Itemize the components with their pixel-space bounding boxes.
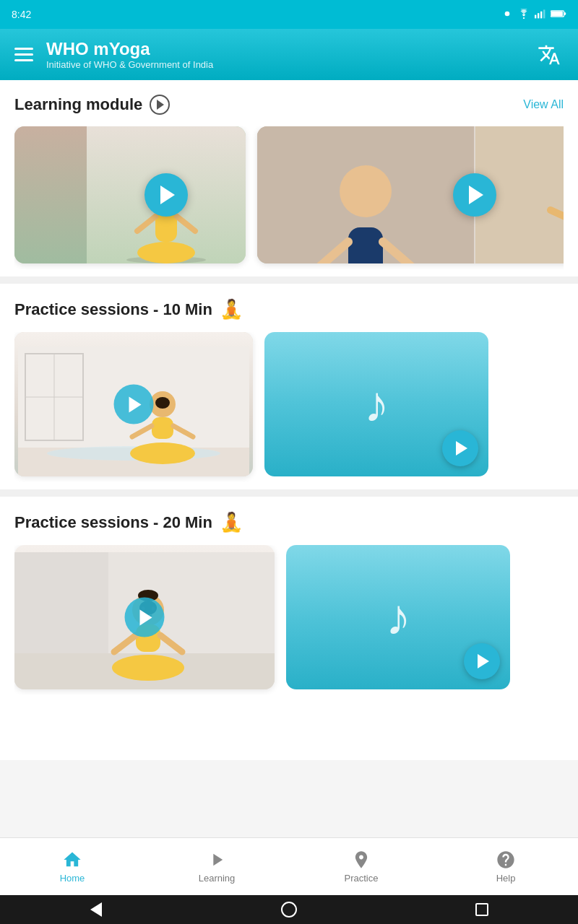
svg-point-1 <box>523 17 525 18</box>
nav-practice-label: Practice <box>345 873 379 884</box>
svg-line-13 <box>137 217 155 231</box>
practice-10-video-card[interactable] <box>14 332 253 476</box>
nav-help-label: Help <box>496 873 516 884</box>
music-note-icon-10: ♪ <box>364 375 389 433</box>
learning-module-title: Learning module <box>14 95 170 115</box>
translate-button[interactable] <box>535 40 564 69</box>
multi-pose-grid <box>257 126 564 263</box>
battery-icon <box>551 9 566 20</box>
main-content: Learning module View All <box>0 80 578 760</box>
learning-module-label: Learning module <box>14 95 142 114</box>
svg-point-19 <box>340 165 392 217</box>
practice-20-title: Practice sessions - 20 Min 🧘 <box>14 511 243 533</box>
practice-10-label: Practice sessions - 10 Min <box>14 300 212 319</box>
svg-rect-52 <box>152 417 173 439</box>
practice-10-cards-row: ♪ <box>14 332 564 482</box>
learning-icon <box>207 850 227 870</box>
app-header: WHO mYoga Initiative of WHO & Government… <box>0 29 578 80</box>
home-button[interactable] <box>278 899 300 920</box>
svg-rect-8 <box>564 12 566 14</box>
svg-rect-5 <box>543 9 545 18</box>
help-icon <box>496 850 516 870</box>
learning-module-section: Learning module View All <box>0 80 578 276</box>
divider-2 <box>0 489 578 497</box>
wifi-icon <box>517 9 530 21</box>
learning-card-1[interactable] <box>14 126 246 263</box>
svg-point-53 <box>130 443 195 464</box>
card-left-strip <box>14 126 87 263</box>
nav-practice[interactable]: Practice <box>332 850 390 884</box>
svg-line-14 <box>177 217 195 231</box>
status-bar: 8:42 <box>0 0 578 29</box>
svg-point-63 <box>112 655 184 681</box>
meditation-icon-20: 🧘 <box>220 511 243 533</box>
practice-10-section: Practice sessions - 10 Min 🧘 <box>0 284 578 489</box>
meditation-icon-10: 🧘 <box>220 298 243 321</box>
practice-10-title: Practice sessions - 10 Min 🧘 <box>14 298 243 321</box>
svg-rect-59 <box>14 552 108 653</box>
notification-icon <box>501 8 513 22</box>
learning-module-header: Learning module View All <box>14 95 564 115</box>
nav-help[interactable]: Help <box>477 850 535 884</box>
back-button[interactable] <box>85 899 107 920</box>
practice-20-label: Practice sessions - 20 Min <box>14 513 212 532</box>
learning-card-1-play[interactable] <box>144 173 188 217</box>
practice-20-section: Practice sessions - 20 Min 🧘 <box>0 497 578 702</box>
svg-point-0 <box>505 11 510 16</box>
card-video-area <box>87 126 246 263</box>
practice-10-audio-play[interactable] <box>442 430 478 466</box>
learning-play-icon[interactable] <box>150 95 170 115</box>
signal-icon <box>535 9 546 21</box>
practice-20-audio-card[interactable]: ♪ <box>286 545 510 689</box>
nav-learning-label: Learning <box>199 873 236 884</box>
bottom-nav: Home Learning Practice Help <box>0 837 578 895</box>
menu-button[interactable] <box>14 48 33 61</box>
practice-20-header: Practice sessions - 20 Min 🧘 <box>14 511 564 533</box>
header-title: WHO mYoga Initiative of WHO & Government… <box>46 39 213 70</box>
practice-20-audio-play[interactable] <box>464 643 500 679</box>
home-icon <box>62 850 82 870</box>
app-title: WHO mYoga <box>46 39 213 59</box>
svg-rect-2 <box>535 14 536 18</box>
pose-cell-1 <box>257 126 474 263</box>
svg-point-51 <box>155 397 170 409</box>
practice-10-audio-card[interactable]: ♪ <box>264 332 488 476</box>
music-note-icon-20: ♪ <box>386 588 411 646</box>
practice-20-video-play[interactable] <box>125 598 165 637</box>
svg-rect-3 <box>538 13 539 18</box>
practice-20-video-card[interactable] <box>14 545 275 689</box>
practice-10-header: Practice sessions - 10 Min 🧘 <box>14 298 564 321</box>
recents-button[interactable] <box>471 899 493 920</box>
status-icons <box>501 8 566 22</box>
svg-rect-4 <box>540 11 542 18</box>
svg-rect-21 <box>348 227 383 263</box>
system-nav <box>0 895 578 924</box>
learning-cards-row <box>14 126 564 269</box>
nav-learning[interactable]: Learning <box>188 850 246 884</box>
practice-20-cards-row: ♪ <box>14 545 564 695</box>
divider-1 <box>0 276 578 284</box>
status-time: 8:42 <box>12 9 31 20</box>
nav-home-label: Home <box>60 873 85 884</box>
view-all-link[interactable]: View All <box>523 98 564 111</box>
practice-10-video-play[interactable] <box>114 385 154 424</box>
practice-icon <box>351 850 371 870</box>
learning-card-2-play[interactable] <box>453 173 496 217</box>
app-subtitle: Initiative of WHO & Government of India <box>46 59 213 70</box>
learning-card-2[interactable] <box>257 126 564 263</box>
nav-home[interactable]: Home <box>43 850 101 884</box>
svg-rect-7 <box>551 12 563 17</box>
header-left: WHO mYoga Initiative of WHO & Government… <box>14 39 213 70</box>
svg-point-15 <box>137 242 195 263</box>
